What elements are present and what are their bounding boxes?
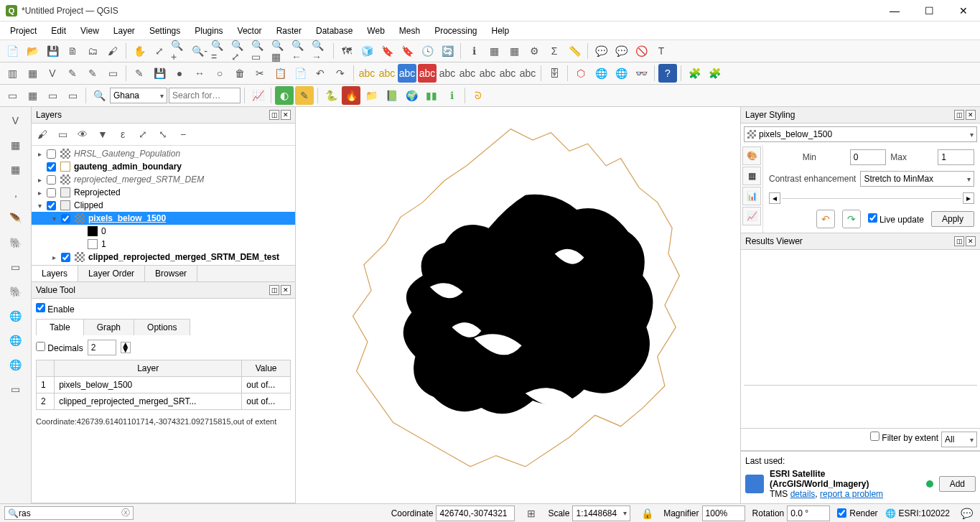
layer-row[interactable]: 0 <box>32 225 295 238</box>
plugin-info-icon[interactable]: ℹ <box>442 86 461 105</box>
plugin-road-icon[interactable]: ▮▮ <box>422 86 441 105</box>
add-mesh-layer-icon[interactable]: ▦ <box>5 159 27 180</box>
locator-search-input[interactable] <box>169 88 241 103</box>
scroll-right-icon[interactable]: ▸ <box>963 192 974 204</box>
scale-lock-icon[interactable]: 🔒 <box>638 504 656 523</box>
layer-row[interactable]: ▸clipped_reprojected_merged_SRTM_DEM_tes… <box>32 251 295 264</box>
transparency-tab-icon[interactable]: ▦ <box>742 167 761 185</box>
add-spatialite-icon[interactable]: 🪶 <box>5 208 27 229</box>
scroll-left-icon[interactable]: ◂ <box>769 192 780 204</box>
maximize-button[interactable]: ☐ <box>918 5 940 17</box>
annotation-icon[interactable]: 💬 <box>612 42 630 60</box>
add-raster-layer-icon[interactable]: ▦ <box>5 134 27 156</box>
apply-button[interactable]: Apply <box>931 211 974 227</box>
plugin-folder-icon[interactable]: 📁 <box>362 86 381 105</box>
add-vector-icon[interactable]: ▥ <box>3 64 22 83</box>
new-vector-icon[interactable]: V <box>43 64 62 83</box>
undo-style-icon[interactable]: ↶ <box>816 210 835 228</box>
menu-plugins[interactable]: Plugins <box>187 23 230 39</box>
plugin-fire-icon[interactable]: 🔥 <box>342 86 360 105</box>
move-feature-icon[interactable]: ↔ <box>190 64 209 83</box>
layer-row[interactable]: 1 <box>32 238 295 251</box>
new-3d-view-icon[interactable]: 🧊 <box>358 42 376 60</box>
layers-tree[interactable]: ▸HRSL_Gauteng_Populationgauteng_admin_bo… <box>32 146 295 265</box>
clear-search-icon[interactable]: ⓧ <box>121 507 130 519</box>
live-update-checkbox[interactable]: Live update <box>868 213 924 225</box>
plugin-green-icon[interactable]: ◐ <box>275 86 294 105</box>
deselect-icon[interactable]: ▭ <box>43 86 62 105</box>
menu-view[interactable]: View <box>73 23 106 39</box>
zoom-native-icon[interactable]: 🔍= <box>210 42 229 60</box>
undo-icon[interactable]: ↶ <box>311 64 330 83</box>
select-all-icon[interactable]: ▦ <box>23 86 42 105</box>
graph-icon[interactable]: 📈 <box>248 86 267 105</box>
temporal-icon[interactable]: 🕓 <box>418 42 437 60</box>
decimals-input[interactable] <box>88 340 116 355</box>
layers-close-icon[interactable]: ✕ <box>281 110 291 120</box>
locator-input[interactable] <box>19 508 121 518</box>
plugin-a-icon[interactable]: 🧩 <box>685 64 704 83</box>
layers-dock-icon[interactable]: ◫ <box>269 110 279 120</box>
identify-icon[interactable]: ℹ <box>465 42 483 60</box>
coord-input[interactable] <box>436 505 515 521</box>
add-group-icon[interactable]: ▭ <box>53 125 72 144</box>
styling-close-icon[interactable]: ✕ <box>966 110 976 120</box>
menu-raster[interactable]: Raster <box>269 23 309 39</box>
stats-icon[interactable]: Σ <box>545 42 564 60</box>
render-checkbox[interactable]: Render <box>837 508 877 518</box>
enable-checkbox[interactable]: Enable <box>36 303 291 314</box>
osm-icon[interactable]: ⬡ <box>571 64 590 83</box>
layer-row[interactable]: ▸HRSL_Gauteng_Population <box>32 147 295 160</box>
save-edits-icon[interactable]: 💾 <box>150 64 169 83</box>
measure-icon[interactable]: 📏 <box>565 42 584 60</box>
add-postgis-icon[interactable]: 🐘 <box>5 232 27 253</box>
add-vector-layer-icon[interactable]: V <box>5 110 27 131</box>
layer-row[interactable]: ▾pixels_below_1500 <box>32 212 295 225</box>
zoom-full-icon[interactable]: 🔍⤢ <box>230 42 249 60</box>
plugin-book-icon[interactable]: 📗 <box>382 86 401 105</box>
add-button[interactable]: Add <box>939 476 976 492</box>
histogram-tab-icon[interactable]: 📊 <box>742 187 761 205</box>
vtab-table[interactable]: Table <box>36 319 84 335</box>
node-tool-icon[interactable]: ○ <box>210 64 229 83</box>
layer-style-icon[interactable]: 🖌 <box>33 125 52 144</box>
search-mask-icon[interactable]: 👓 <box>632 64 650 83</box>
edit2-icon[interactable]: ✎ <box>83 64 102 83</box>
crs-button[interactable]: 🌐ESRI:102022 <box>885 508 950 518</box>
label-change-icon[interactable]: abc <box>478 64 497 83</box>
decimals-down[interactable]: ▼ <box>121 348 130 353</box>
tab-layer-order[interactable]: Layer Order <box>78 266 145 281</box>
add-oracle-icon[interactable]: 🐘 <box>5 281 27 302</box>
zoom-selection-icon[interactable]: 🔍▭ <box>251 42 269 60</box>
tab-browser[interactable]: Browser <box>145 266 197 281</box>
field-calc-icon[interactable]: ▦ <box>505 42 523 60</box>
manage-visibility-icon[interactable]: 👁 <box>73 125 92 144</box>
close-button[interactable]: ✕ <box>953 5 974 17</box>
collapse-all-icon[interactable]: ⤡ <box>154 125 172 144</box>
menu-database[interactable]: Database <box>309 23 360 39</box>
zoom-layer-icon[interactable]: 🔍▦ <box>271 42 289 60</box>
layer-row[interactable]: gauteng_admin_boundary <box>32 160 295 173</box>
report-link[interactable]: report a problem <box>820 489 883 499</box>
add-feature-icon[interactable]: ● <box>170 64 189 83</box>
digitize-icon[interactable]: ▭ <box>103 64 122 83</box>
mag-input[interactable] <box>702 505 745 521</box>
layer-row[interactable]: ▸Reprojected <box>32 186 295 199</box>
details-link[interactable]: details <box>790 489 816 499</box>
add-csv-icon[interactable]: ， <box>5 183 27 205</box>
add-wfs-icon[interactable]: 🌐 <box>5 330 27 351</box>
add-mssql-icon[interactable]: ▭ <box>5 256 27 278</box>
label-pin-icon[interactable]: abc <box>418 64 437 83</box>
symbology-tab-icon[interactable]: 🎨 <box>742 146 761 165</box>
label-tool-icon[interactable]: abc <box>398 64 416 83</box>
paste-icon[interactable]: 📄 <box>291 64 309 83</box>
styling-layer-combo[interactable]: pixels_below_1500 <box>744 126 977 142</box>
help-icon[interactable]: ? <box>658 64 677 83</box>
menu-processing[interactable]: Processing <box>427 23 484 39</box>
locator-search-icon[interactable]: 🔍 <box>90 86 108 105</box>
zoom-out-icon[interactable]: 🔍- <box>190 42 209 60</box>
label-hide-icon[interactable]: abc <box>518 64 537 83</box>
new-map-view-icon[interactable]: 🗺 <box>337 42 356 60</box>
copy-icon[interactable]: 📋 <box>271 64 289 83</box>
add-raster-icon[interactable]: ▦ <box>23 64 42 83</box>
